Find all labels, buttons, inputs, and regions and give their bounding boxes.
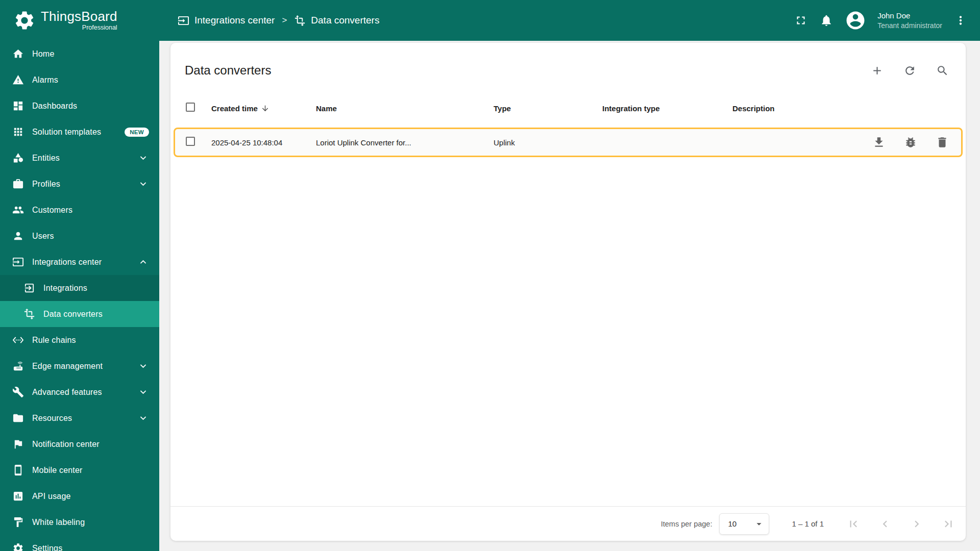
items-per-page-label: Items per page: xyxy=(661,520,713,528)
chevron-up-icon xyxy=(137,256,149,268)
advanced-features-icon xyxy=(12,386,24,398)
main-content: Data converters Created time xyxy=(159,41,980,551)
pagination: Items per page: 10 1 – 1 of 1 xyxy=(170,506,966,541)
data-converters-icon xyxy=(23,308,35,320)
sidebar-item-profiles[interactable]: Profiles xyxy=(0,171,159,197)
brand: ThingsBoard Professional xyxy=(41,10,117,31)
cell-created-time: 2025-04-25 10:48:04 xyxy=(211,138,316,147)
chevron-down-icon xyxy=(137,178,149,190)
sidebar-item-label: Data converters xyxy=(43,310,103,319)
brand-edition: Professional xyxy=(41,24,117,31)
sidebar-item-advanced-features[interactable]: Advanced features xyxy=(0,379,159,405)
users-icon xyxy=(12,230,24,242)
delete-converter-button[interactable] xyxy=(936,135,949,149)
column-integration-type[interactable]: Integration type xyxy=(602,104,732,113)
sidebar-item-label: Edge management xyxy=(32,362,103,371)
first-page-button[interactable] xyxy=(846,517,861,531)
debug-converter-button[interactable] xyxy=(904,135,917,149)
search-button[interactable] xyxy=(935,63,949,78)
sidebar-item-label: Customers xyxy=(32,206,72,215)
items-per-page-select[interactable]: 10 xyxy=(719,513,769,535)
sidebar-item-integrations-center[interactable]: Integrations center xyxy=(0,249,159,275)
select-all-checkbox[interactable] xyxy=(186,103,195,112)
fullscreen-button[interactable] xyxy=(794,13,808,28)
cell-type: Uplink xyxy=(494,138,602,147)
breadcrumb-label: Integrations center xyxy=(194,15,275,26)
integrations-center-submenu: Integrations Data converters xyxy=(0,275,159,327)
prev-page-icon xyxy=(878,517,892,531)
more-menu-button[interactable] xyxy=(953,13,968,28)
column-label: Integration type xyxy=(602,104,660,113)
sidebar-item-resources[interactable]: Resources xyxy=(0,405,159,431)
sidebar-item-settings[interactable]: Settings xyxy=(0,535,159,551)
sidebar-item-label: Rule chains xyxy=(32,336,76,345)
sidebar-item-alarms[interactable]: Alarms xyxy=(0,67,159,93)
fullscreen-icon xyxy=(794,14,807,27)
breadcrumb-label: Data converters xyxy=(311,15,379,26)
user-role: Tenant administrator xyxy=(877,21,942,30)
sidebar-item-edge-management[interactable]: Edge management xyxy=(0,353,159,379)
logo[interactable]: ThingsBoard Professional xyxy=(0,9,159,32)
more-menu-icon xyxy=(954,14,967,27)
next-page-button[interactable] xyxy=(910,517,924,531)
refresh-button[interactable] xyxy=(902,63,917,78)
pagination-nav xyxy=(846,517,955,531)
chevron-down-icon xyxy=(137,360,149,372)
sidebar-item-label: Integrations center xyxy=(32,258,102,267)
sidebar-item-label: Advanced features xyxy=(32,388,102,397)
home-icon xyxy=(12,48,24,60)
sidebar-item-users[interactable]: Users xyxy=(0,223,159,249)
column-label: Type xyxy=(494,104,511,113)
sidebar-item-white-labeling[interactable]: White labeling xyxy=(0,509,159,535)
first-page-icon xyxy=(847,517,860,531)
sidebar-item-notification-center[interactable]: Notification center xyxy=(0,431,159,457)
user-info[interactable]: John Doe Tenant administrator xyxy=(877,11,942,30)
sidebar-item-solution-templates[interactable]: Solution templates NEW xyxy=(0,119,159,145)
alarms-icon xyxy=(12,74,24,86)
sidebar-item-home[interactable]: Home xyxy=(0,41,159,67)
download-converter-button[interactable] xyxy=(872,135,886,149)
avatar[interactable] xyxy=(845,10,866,31)
breadcrumb-separator: > xyxy=(282,15,287,26)
select-all-cell xyxy=(170,103,211,114)
sidebar-item-label: Entities xyxy=(32,154,60,163)
customers-icon xyxy=(12,204,24,216)
sidebar-item-entities[interactable]: Entities xyxy=(0,145,159,171)
row-select-cell xyxy=(175,137,211,148)
sidebar-item-customers[interactable]: Customers xyxy=(0,197,159,223)
column-name[interactable]: Name xyxy=(316,104,494,113)
table-body: 2025-04-25 10:48:04 Loriot Uplink Conver… xyxy=(170,122,966,506)
sidebar-item-integrations[interactable]: Integrations xyxy=(0,275,159,301)
search-icon xyxy=(936,64,949,77)
chevron-down-icon xyxy=(137,152,149,164)
settings-icon xyxy=(12,542,24,551)
row-checkbox[interactable] xyxy=(186,137,195,146)
breadcrumb-integrations-center[interactable]: Integrations center xyxy=(178,15,275,27)
prev-page-button[interactable] xyxy=(878,517,892,531)
sidebar-item-rule-chains[interactable]: Rule chains xyxy=(0,327,159,353)
column-description[interactable]: Description xyxy=(732,104,879,113)
sidebar-item-data-converters[interactable]: Data converters xyxy=(0,301,159,327)
sidebar-item-label: Alarms xyxy=(32,76,58,85)
table-row[interactable]: 2025-04-25 10:48:04 Loriot Uplink Conver… xyxy=(174,128,963,157)
column-created-time[interactable]: Created time xyxy=(211,104,316,113)
brand-name: ThingsBoard xyxy=(41,10,117,23)
sort-desc-icon xyxy=(261,104,270,113)
add-icon xyxy=(871,64,884,77)
rule-chains-icon xyxy=(12,334,24,346)
table-header: Created time Name Type Integration type … xyxy=(170,94,966,122)
breadcrumb-data-converters[interactable]: Data converters xyxy=(294,15,379,27)
column-type[interactable]: Type xyxy=(494,104,602,113)
white-labeling-icon xyxy=(12,516,24,528)
mobile-center-icon xyxy=(12,464,24,476)
add-converter-button[interactable] xyxy=(870,63,884,78)
sidebar-item-dashboards[interactable]: Dashboards xyxy=(0,93,159,119)
notifications-icon xyxy=(820,14,833,27)
last-page-button[interactable] xyxy=(941,517,955,531)
sidebar-item-api-usage[interactable]: API usage xyxy=(0,483,159,509)
notification-center-icon xyxy=(12,438,24,450)
sidebar-item-mobile-center[interactable]: Mobile center xyxy=(0,457,159,483)
notifications-button[interactable] xyxy=(819,13,834,28)
pagination-range: 1 – 1 of 1 xyxy=(792,519,824,528)
column-label: Name xyxy=(316,104,337,113)
